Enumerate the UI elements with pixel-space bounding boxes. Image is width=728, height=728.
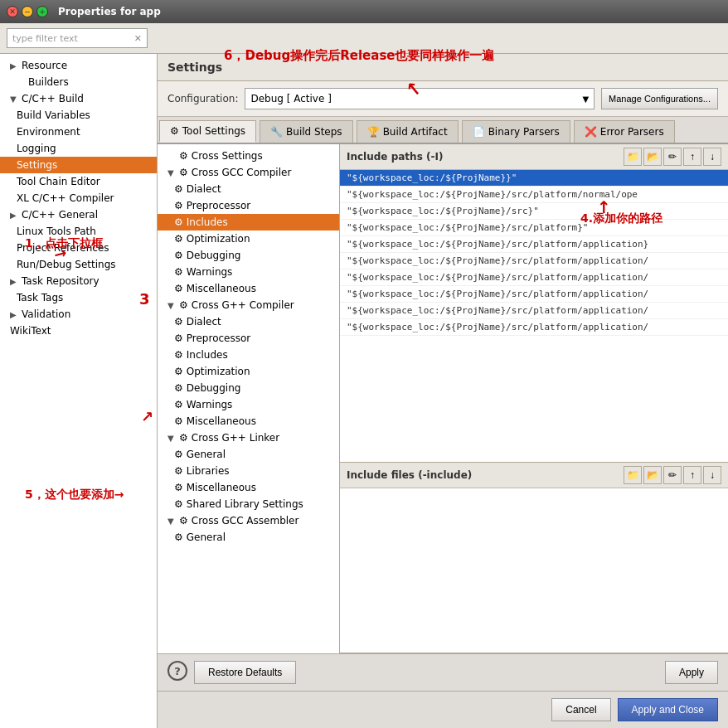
filter-placeholder: type filter text bbox=[12, 33, 78, 44]
tab-tool-settings[interactable]: ⚙ Tool Settings bbox=[159, 120, 256, 143]
tab-build-steps[interactable]: 🔧 Build Steps bbox=[260, 120, 353, 143]
tool-item-general-assembler[interactable]: ⚙ General bbox=[158, 529, 339, 546]
include-path-item[interactable]: "${workspace_loc:/${ProjName}/src/platfo… bbox=[340, 269, 728, 286]
filter-input-wrapper[interactable]: type filter text ✕ bbox=[7, 28, 148, 48]
include-path-item[interactable]: "${workspace_loc:/${ProjName}/src/platfo… bbox=[340, 286, 728, 303]
tool-item-miscellaneous2[interactable]: ⚙ Miscellaneous bbox=[158, 413, 339, 430]
tool-item-shared-lib[interactable]: ⚙ Shared Library Settings bbox=[158, 496, 339, 512]
tool-item-cross-gpp-linker[interactable]: ▼ ⚙ Cross G++ Linker bbox=[158, 430, 339, 446]
sidebar-item-tool-chain-editor[interactable]: Tool Chain Editor bbox=[0, 173, 157, 190]
add-workspace-btn[interactable]: 📂 bbox=[643, 148, 662, 166]
edit-include-btn[interactable]: ✏ bbox=[663, 148, 682, 166]
sidebar-item-resource[interactable]: ▶ Resource bbox=[0, 57, 157, 74]
include-path-item[interactable]: "${workspace_loc:/${ProjName}/src/platfo… bbox=[340, 319, 728, 336]
include-path-item[interactable]: "${workspace_loc:/${ProjName}/src/platfo… bbox=[340, 220, 728, 236]
dropdown-arrow-icon: ▼ bbox=[582, 95, 589, 104]
tree-item-label: Task Repository bbox=[22, 275, 99, 287]
sidebar-item-validation[interactable]: ▶ Validation bbox=[0, 306, 157, 323]
tool-item-includes2[interactable]: ⚙ Includes bbox=[158, 347, 339, 363]
config-value: Debug [ Active ] bbox=[250, 93, 331, 104]
tool-item-preprocessor[interactable]: ⚙ Preprocessor bbox=[158, 197, 339, 214]
manage-configs-button[interactable]: Manage Configurations... bbox=[601, 88, 718, 109]
tool-item-dialect[interactable]: ⚙ Dialect bbox=[158, 181, 339, 197]
move-down-btn[interactable]: ↓ bbox=[703, 148, 721, 166]
tool-item-debugging[interactable]: ⚙ Debugging bbox=[158, 247, 339, 264]
tool-item-dialect2[interactable]: ⚙ Dialect bbox=[158, 313, 339, 330]
sidebar-item-build-variables[interactable]: Build Variables bbox=[0, 107, 157, 124]
apply-and-close-button[interactable]: Apply and Close bbox=[618, 698, 718, 721]
restore-defaults-button[interactable]: Restore Defaults bbox=[194, 661, 296, 684]
tool-item-warnings2[interactable]: ⚙ Warnings bbox=[158, 396, 339, 413]
move-up-file-btn[interactable]: ↑ bbox=[683, 466, 701, 484]
window-controls[interactable]: ✕ − + bbox=[7, 6, 48, 17]
sidebar-item-task-tags[interactable]: Task Tags bbox=[0, 289, 157, 306]
error-icon: ❌ bbox=[585, 126, 597, 138]
tool-item-cross-gpp-compiler[interactable]: ▼ ⚙ Cross G++ Compiler bbox=[158, 297, 339, 313]
tab-error-parsers[interactable]: ❌ Error Parsers bbox=[574, 120, 675, 143]
sidebar-item-linux-tools-path[interactable]: Linux Tools Path bbox=[0, 223, 157, 240]
add-workspace-file-btn[interactable]: 📂 bbox=[643, 466, 662, 484]
include-files-header: Include files (-include) 📁 📂 ✏ ↑ ↓ bbox=[340, 463, 728, 488]
tree-item-label: Logging bbox=[17, 143, 56, 154]
include-path-item[interactable]: "${workspace_loc:/${ProjName}/src/platfo… bbox=[340, 187, 728, 203]
sidebar-item-environment[interactable]: Environment bbox=[0, 124, 157, 140]
sidebar-item-cpp-general[interactable]: ▶ C/C++ General bbox=[0, 206, 157, 223]
tool-item-cross-settings[interactable]: ⚙ Cross Settings bbox=[158, 148, 339, 164]
tool-item-libraries[interactable]: ⚙ Libraries bbox=[158, 463, 339, 479]
maximize-button[interactable]: + bbox=[36, 6, 48, 17]
include-path-item[interactable]: "${workspace_loc:/${ProjName}/src/platfo… bbox=[340, 253, 728, 269]
tool-item-includes[interactable]: ⚙ Includes bbox=[158, 214, 339, 231]
include-path-item[interactable]: "${workspace_loc:/${ProjName}/src/platfo… bbox=[340, 303, 728, 319]
apply-button[interactable]: Apply bbox=[665, 661, 718, 684]
add-include-file-btn[interactable]: 📁 bbox=[624, 466, 642, 484]
minimize-button[interactable]: − bbox=[22, 6, 33, 17]
tab-label: Binary Parsers bbox=[488, 126, 560, 138]
include-panel: Include paths (-I) 📁 📂 ✏ ↑ ↓ "${workspac… bbox=[340, 144, 728, 653]
move-up-btn[interactable]: ↑ bbox=[683, 148, 701, 166]
add-include-btn[interactable]: 📁 bbox=[624, 148, 642, 166]
tool-item-optimization[interactable]: ⚙ Optimization bbox=[158, 231, 339, 247]
tree-item-label: Cross G++ Compiler bbox=[192, 299, 294, 311]
sidebar-item-cpp-build[interactable]: ▼ C/C++ Build bbox=[0, 90, 157, 107]
tree-item-label: XL C/C++ Compiler bbox=[17, 192, 114, 204]
include-paths-list: "${workspace_loc:/${ProjName}}" "${works… bbox=[340, 170, 728, 462]
tool-item-debugging2[interactable]: ⚙ Debugging bbox=[158, 380, 339, 396]
config-dropdown[interactable]: Debug [ Active ] ▼ bbox=[245, 88, 595, 109]
sidebar-item-project-references[interactable]: Project References bbox=[0, 240, 157, 256]
include-path-item[interactable]: "${workspace_loc:/${ProjName}/src}" bbox=[340, 203, 728, 220]
tool-tree: ⚙ Cross Settings ▼ ⚙ Cross GCC Compiler … bbox=[158, 144, 340, 653]
help-icon[interactable]: ? bbox=[167, 661, 187, 681]
sidebar-item-builders[interactable]: Builders bbox=[0, 74, 157, 90]
tab-binary-parsers[interactable]: 📄 Binary Parsers bbox=[462, 120, 570, 143]
tab-build-artifact[interactable]: 🏆 Build Artifact bbox=[357, 120, 459, 143]
close-button[interactable]: ✕ bbox=[7, 6, 18, 17]
tool-item-optimization2[interactable]: ⚙ Optimization bbox=[158, 363, 339, 380]
tree-item-label: Cross GCC Compiler bbox=[192, 167, 292, 178]
dialog: type filter text ✕ ▶ Resource Builders ▼… bbox=[0, 23, 728, 728]
tool-item-miscellaneous[interactable]: ⚙ Miscellaneous bbox=[158, 280, 339, 297]
sidebar-item-logging[interactable]: Logging bbox=[0, 140, 157, 157]
tool-item-general-linker[interactable]: ⚙ General bbox=[158, 446, 339, 463]
tool-item-cross-gcc-compiler[interactable]: ▼ ⚙ Cross GCC Compiler bbox=[158, 164, 339, 181]
left-tree: ▶ Resource Builders ▼ C/C++ Build Build … bbox=[0, 54, 158, 728]
tool-item-preprocessor2[interactable]: ⚙ Preprocessor bbox=[158, 330, 339, 347]
edit-include-file-btn[interactable]: ✏ bbox=[663, 466, 682, 484]
tree-item-label: Miscellaneous bbox=[187, 482, 256, 493]
sidebar-item-xl-cpp-compiler[interactable]: XL C/C++ Compiler bbox=[0, 190, 157, 206]
cancel-button[interactable]: Cancel bbox=[551, 698, 610, 721]
tool-item-warnings[interactable]: ⚙ Warnings bbox=[158, 264, 339, 280]
expand-arrow: ▶ bbox=[10, 61, 18, 70]
include-path-item[interactable]: "${workspace_loc:/${ProjName}}" bbox=[340, 170, 728, 187]
title-bar: ✕ − + Properties for app bbox=[0, 0, 728, 23]
tool-item-miscellaneous3[interactable]: ⚙ Miscellaneous bbox=[158, 479, 339, 496]
move-down-file-btn[interactable]: ↓ bbox=[703, 466, 721, 484]
tree-item-label: Warnings bbox=[187, 266, 233, 278]
clear-filter-icon[interactable]: ✕ bbox=[134, 33, 142, 44]
sidebar-item-settings[interactable]: Settings bbox=[0, 157, 157, 173]
sidebar-item-run-debug-settings[interactable]: Run/Debug Settings bbox=[0, 256, 157, 273]
include-path-item[interactable]: "${workspace_loc:/${ProjName}/src/platfo… bbox=[340, 236, 728, 253]
tool-item-cross-gcc-assembler[interactable]: ▼ ⚙ Cross GCC Assembler bbox=[158, 512, 339, 529]
tree-item-label: C/C++ Build bbox=[22, 93, 84, 104]
sidebar-item-wikitext[interactable]: WikiText bbox=[0, 323, 157, 339]
sidebar-item-task-repository[interactable]: ▶ Task Repository bbox=[0, 273, 157, 289]
